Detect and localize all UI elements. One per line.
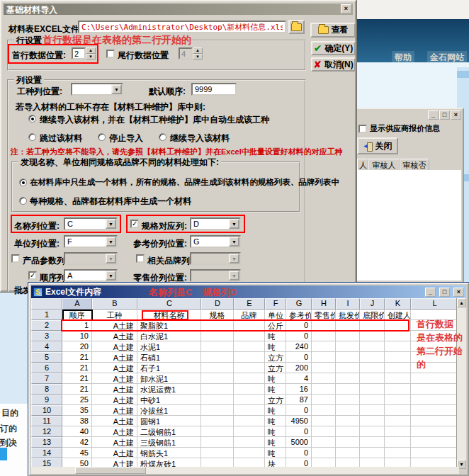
excel-titlebar[interactable]: S Excel文件内容 _ □ × (31, 285, 466, 298)
table-cell[interactable]: 40 (62, 426, 92, 437)
table-cell[interactable]: 45 (62, 448, 92, 458)
grid-header-cell[interactable]: K (385, 298, 411, 310)
table-cell[interactable] (234, 395, 265, 405)
table-cell[interactable] (312, 426, 336, 437)
name-col-dropdown[interactable]: C▼ (64, 217, 118, 230)
table-cell[interactable]: 批发价 (336, 310, 360, 320)
param-col-dropdown[interactable]: ▼ (64, 252, 118, 265)
table-cell[interactable] (201, 395, 234, 405)
close-icon[interactable]: × (341, 4, 351, 13)
table-cell[interactable] (360, 352, 385, 363)
grid-header-cell[interactable]: 3 (31, 331, 62, 341)
table-cell[interactable]: 吨 (265, 405, 286, 416)
grid-header-cell[interactable]: B (92, 298, 137, 310)
table-cell[interactable]: 立方 (265, 363, 286, 373)
grid-header-cell[interactable]: 11 (31, 416, 62, 426)
table-cell[interactable]: 1 (62, 320, 92, 331)
minimize-icon[interactable]: _ (428, 110, 439, 120)
radio-stop[interactable] (98, 133, 106, 141)
table-cell[interactable] (385, 331, 411, 341)
grid-header-cell[interactable]: J (360, 298, 385, 310)
close-icon[interactable]: × (453, 288, 464, 297)
spin-down-icon[interactable]: ▼ (193, 54, 203, 60)
table-cell[interactable]: 42 (62, 437, 92, 448)
table-cell[interactable]: 240 (286, 341, 312, 352)
table-cell[interactable]: 吨 (265, 373, 286, 384)
spec-col-checkbox[interactable]: ✓ (130, 220, 139, 228)
spin-up-icon[interactable]: ▲ (193, 47, 203, 54)
table-cell[interactable]: 4 (286, 373, 312, 384)
table-cell[interactable]: A土建 (92, 437, 137, 448)
grid-header-cell[interactable]: E (234, 298, 265, 310)
table-cell[interactable]: 聚脂胶1 (137, 320, 201, 331)
table-cell[interactable] (234, 437, 265, 448)
table-cell[interactable] (360, 395, 385, 405)
worktype-col-dropdown[interactable]: ▼ (71, 83, 123, 96)
table-cell[interactable]: A土建 (92, 352, 137, 363)
show-supplier-quotes-checkbox[interactable] (358, 125, 367, 133)
table-cell[interactable] (336, 320, 360, 331)
table-cell[interactable] (201, 331, 234, 341)
table-cell[interactable] (411, 395, 458, 405)
table-cell[interactable] (234, 352, 265, 363)
view-button[interactable]: 查看 (310, 23, 356, 38)
table-cell[interactable] (234, 373, 265, 384)
table-cell[interactable]: 单位 (265, 310, 286, 320)
table-cell[interactable]: 公斤 (265, 320, 286, 331)
scroll-up-icon[interactable]: ▲ (457, 298, 466, 307)
table-cell[interactable]: 吨 (265, 448, 286, 458)
table-cell[interactable]: 吨 (265, 331, 286, 341)
ref-price-col-dropdown[interactable]: G▼ (190, 235, 241, 248)
table-cell[interactable]: 4950 (286, 416, 312, 426)
table-cell[interactable] (360, 405, 385, 416)
table-cell[interactable]: 二级钢筋1 (137, 426, 201, 437)
table-cell[interactable]: 10 (62, 331, 92, 341)
grid-header-cell[interactable]: G (286, 298, 312, 310)
brand-col-checkbox[interactable] (136, 254, 145, 263)
default-order-input[interactable] (191, 83, 237, 96)
table-cell[interactable]: 石硝1 (137, 352, 201, 363)
table-cell[interactable]: 钢筋头1 (137, 448, 201, 458)
table-cell[interactable]: A土建 (92, 373, 137, 384)
grid-header-cell[interactable]: D (201, 298, 234, 310)
order-col-checkbox[interactable]: ✓ (28, 271, 37, 280)
table-cell[interactable]: 卸水泥1 (137, 373, 201, 384)
table-cell[interactable]: 0 (286, 320, 312, 331)
table-cell[interactable]: 立方 (265, 352, 286, 363)
table-cell[interactable]: 0 (286, 352, 312, 363)
table-cell[interactable]: 石子1 (137, 363, 201, 373)
table-cell[interactable] (360, 426, 385, 437)
minimize-icon[interactable]: _ (425, 288, 436, 297)
table-cell[interactable] (234, 320, 265, 331)
table-cell[interactable]: 水泥运费1 (137, 384, 201, 395)
table-cell[interactable] (360, 363, 385, 373)
table-cell[interactable] (360, 373, 385, 384)
table-cell[interactable]: 规格 (201, 310, 234, 320)
table-cell[interactable] (234, 448, 265, 458)
table-cell[interactable] (201, 384, 234, 395)
table-cell[interactable] (312, 384, 336, 395)
table-cell[interactable] (234, 405, 265, 416)
grid-header-cell[interactable]: 9 (31, 395, 62, 405)
table-cell[interactable]: 21 (62, 352, 92, 363)
first-row-spinner[interactable]: ▲▼ (72, 47, 96, 60)
table-cell[interactable] (234, 341, 265, 352)
table-cell[interactable] (201, 448, 234, 458)
grid-header-cell[interactable] (31, 298, 62, 310)
table-cell[interactable] (312, 448, 336, 458)
grid-header-cell[interactable]: 1 (31, 310, 62, 320)
param-col-checkbox[interactable] (11, 254, 20, 263)
table-cell[interactable] (336, 331, 360, 341)
table-cell[interactable] (336, 437, 360, 448)
order-col-dropdown[interactable]: A▼ (64, 269, 118, 282)
table-cell[interactable]: 工种 (92, 310, 137, 320)
table-cell[interactable] (201, 320, 234, 331)
scrollbar-thumb[interactable] (75, 467, 146, 474)
grid-header-cell[interactable]: F (265, 298, 286, 310)
table-cell[interactable]: 白水泥1 (137, 331, 201, 341)
grid-header-cell[interactable]: L (411, 298, 458, 310)
table-cell[interactable]: A土建 (92, 384, 137, 395)
table-cell[interactable] (360, 437, 385, 448)
table-cell[interactable] (312, 341, 336, 352)
grid-header-cell[interactable]: 12 (31, 426, 62, 437)
